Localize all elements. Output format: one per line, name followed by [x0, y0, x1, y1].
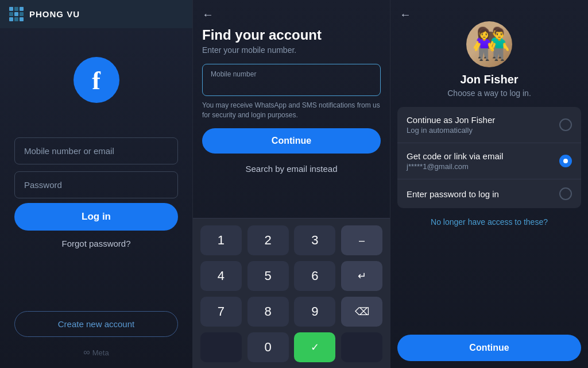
key-backspace[interactable]: ⌫ — [341, 297, 382, 327]
choose-login-text: Choose a way to log in. — [447, 89, 531, 98]
panel-find-account: ← Find your account Enter your mobile nu… — [192, 0, 390, 368]
option-enter-password[interactable]: Enter password to log in — [397, 179, 581, 208]
back-button-p3[interactable]: ← — [400, 8, 411, 21]
logo-dot — [14, 7, 18, 11]
logo-dot — [9, 7, 13, 11]
password-input[interactable] — [14, 171, 178, 198]
keypad-row-1: 1 2 3 – — [198, 225, 385, 255]
brand-name: PHONG VU — [29, 9, 80, 19]
facebook-f-icon: f — [92, 68, 100, 94]
logo-bar: PHONG VU — [0, 0, 192, 28]
mobile-number-input[interactable] — [211, 79, 372, 90]
login-button[interactable]: Log in — [14, 203, 178, 231]
facebook-logo: f — [74, 57, 119, 103]
sms-notification-note: You may receive WhatsApp and SMS notific… — [193, 96, 390, 120]
logo-dot — [20, 17, 24, 21]
key-return[interactable]: ↵ — [341, 261, 382, 291]
find-account-subtitle: Enter your mobile number. — [193, 45, 390, 55]
option-continue-as[interactable]: Continue as Jon Fisher Log in automatica… — [397, 107, 581, 143]
radio-inner-dot — [563, 159, 568, 163]
panel-choose-login: ← 👫 Jon Fisher Choose a way to log in. C… — [390, 0, 588, 368]
meta-footer: ∞ Meta — [83, 347, 109, 358]
option-1-subtitle: Log in automatically — [407, 126, 559, 135]
login-options-list: Continue as Jon Fisher Log in automatica… — [397, 107, 581, 208]
login-form — [14, 137, 178, 198]
key-9[interactable]: 9 — [294, 297, 335, 327]
option-3-title: Enter password to log in — [407, 189, 559, 199]
key-8[interactable]: 8 — [247, 297, 289, 327]
key-0[interactable]: 0 — [247, 332, 289, 362]
key-2[interactable]: 2 — [247, 225, 289, 255]
key-7[interactable]: 7 — [200, 297, 242, 327]
keypad-row-3: 7 8 9 ⌫ — [198, 297, 385, 327]
keypad-row-2: 4 5 6 ↵ — [198, 261, 385, 291]
panel-facebook-login: PHONG VU f Log in Forgot password? Creat… — [0, 0, 192, 368]
key-1[interactable]: 1 — [200, 225, 242, 255]
logo-dot — [20, 12, 24, 16]
create-account-button[interactable]: Create new account — [14, 311, 178, 337]
option-email-code[interactable]: Get code or link via email j*****1@gmail… — [397, 143, 581, 179]
radio-option-2[interactable] — [559, 155, 572, 167]
key-empty-right — [341, 332, 382, 362]
logo-dot — [14, 12, 18, 16]
meta-logo-icon: ∞ — [83, 347, 90, 358]
radio-option-1[interactable] — [559, 118, 572, 131]
radio-option-3[interactable] — [559, 187, 572, 200]
key-dash[interactable]: – — [341, 225, 382, 255]
numeric-keypad: 1 2 3 – 4 5 6 ↵ 7 8 9 ⌫ 0 ✓ — [193, 218, 390, 368]
logo-dot — [9, 12, 13, 16]
user-avatar: 👫 — [466, 21, 512, 67]
mobile-input-label: Mobile number — [211, 70, 372, 78]
key-6[interactable]: 6 — [294, 261, 335, 291]
option-2-text: Get code or link via email j*****1@gmail… — [407, 151, 559, 171]
logo-dot — [14, 17, 18, 21]
logo-dot — [9, 17, 13, 21]
continue-button-p3[interactable]: Continue — [397, 335, 581, 361]
key-empty-left — [200, 332, 242, 362]
key-5[interactable]: 5 — [247, 261, 289, 291]
mobile-email-input[interactable] — [14, 137, 178, 164]
meta-label: Meta — [92, 348, 109, 357]
panel2-header: ← — [193, 0, 390, 21]
search-by-email-button[interactable]: Search by email instead — [245, 164, 337, 174]
avatar-emoji: 👫 — [472, 26, 508, 59]
forgot-password-button[interactable]: Forgot password? — [61, 239, 130, 248]
no-access-button[interactable]: No longer have access to these? — [431, 217, 548, 227]
key-3[interactable]: 3 — [294, 225, 335, 255]
panel3-header: ← — [390, 0, 588, 21]
option-2-title: Get code or link via email — [407, 151, 559, 161]
find-account-title: Find your account — [193, 27, 390, 43]
keypad-row-4: 0 ✓ — [198, 332, 385, 362]
logo-dot — [20, 7, 24, 11]
back-button[interactable]: ← — [202, 8, 214, 21]
option-1-text: Continue as Jon Fisher Log in automatica… — [407, 115, 559, 135]
option-3-text: Enter password to log in — [407, 189, 559, 199]
mobile-number-field[interactable]: Mobile number — [202, 64, 381, 96]
option-1-title: Continue as Jon Fisher — [407, 115, 559, 125]
user-name: Jon Fisher — [460, 73, 518, 86]
option-2-subtitle: j*****1@gmail.com — [407, 162, 559, 171]
key-4[interactable]: 4 — [200, 261, 242, 291]
key-confirm[interactable]: ✓ — [294, 332, 335, 362]
phongvu-logo-grid — [9, 7, 24, 21]
continue-button[interactable]: Continue — [202, 128, 381, 154]
